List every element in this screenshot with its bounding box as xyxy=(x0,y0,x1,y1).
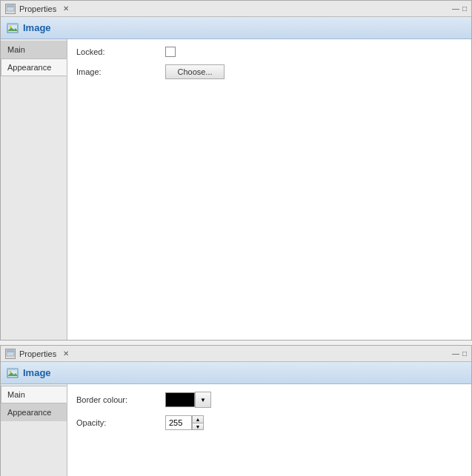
locked-label: Locked: xyxy=(76,47,158,56)
bottom-tabs-content: Main Appearance Border colour: ▼ Opacity… xyxy=(1,384,471,476)
bottom-close-tab[interactable]: ✕ xyxy=(63,349,69,358)
properties-icon xyxy=(5,4,16,14)
border-colour-swatch[interactable] xyxy=(165,392,195,407)
bottom-image-icon xyxy=(7,367,19,379)
top-section-header: Image xyxy=(1,17,471,39)
locked-row: Locked: xyxy=(76,47,462,57)
top-maximize-btn[interactable]: □ xyxy=(462,5,467,13)
bottom-tab-appearance[interactable]: Appearance xyxy=(1,403,67,421)
border-colour-row: Border colour: ▼ xyxy=(76,392,462,408)
bottom-window-controls: — □ xyxy=(452,350,467,358)
choose-button[interactable]: Choose... xyxy=(165,64,225,79)
top-tab-main[interactable]: Main xyxy=(1,41,67,58)
border-colour-dropdown[interactable]: ▼ xyxy=(195,392,211,408)
top-close-tab[interactable]: ✕ xyxy=(63,4,69,13)
bottom-panel-title: Properties xyxy=(19,349,56,358)
bottom-content-area: Border colour: ▼ Opacity: ▲ ▼ xyxy=(67,384,471,476)
bottom-section-title: Image xyxy=(23,367,51,378)
color-control-wrapper: ▼ xyxy=(165,392,211,408)
opacity-decrement-btn[interactable]: ▼ xyxy=(192,423,204,430)
image-row: Image: Choose... xyxy=(76,64,462,79)
top-image-icon xyxy=(7,22,19,34)
bottom-title-bar: Properties ✕ — □ xyxy=(1,346,471,362)
opacity-increment-btn[interactable]: ▲ xyxy=(192,415,204,423)
title-bar-left: Properties ✕ xyxy=(5,4,69,14)
panel-gap xyxy=(0,341,472,343)
svg-rect-1 xyxy=(7,5,14,7)
top-section-title: Image xyxy=(23,22,51,33)
border-colour-label: Border colour: xyxy=(76,395,158,404)
bottom-title-bar-left: Properties ✕ xyxy=(5,349,69,359)
opacity-spinner-buttons: ▲ ▼ xyxy=(192,415,204,430)
bottom-tabs-sidebar: Main Appearance xyxy=(1,384,67,476)
spinner-wrapper: ▲ ▼ xyxy=(165,415,204,430)
opacity-row: Opacity: ▲ ▼ xyxy=(76,415,462,430)
locked-checkbox[interactable] xyxy=(165,47,176,57)
opacity-input[interactable] xyxy=(165,415,192,430)
bottom-maximize-btn[interactable]: □ xyxy=(462,350,467,358)
top-minimize-btn[interactable]: — xyxy=(452,5,459,13)
top-content-area: Locked: Image: Choose... xyxy=(67,39,471,340)
bottom-tab-main[interactable]: Main xyxy=(1,386,67,403)
bottom-panel: Properties ✕ — □ Image Main Appearance xyxy=(0,345,472,476)
bottom-section-header: Image xyxy=(1,362,471,384)
top-panel-title: Properties xyxy=(19,4,56,13)
top-title-bar: Properties ✕ — □ xyxy=(1,1,471,17)
top-tab-appearance[interactable]: Appearance xyxy=(1,58,67,76)
bottom-properties-icon xyxy=(5,349,16,359)
svg-rect-5 xyxy=(7,24,18,25)
opacity-label: Opacity: xyxy=(76,418,158,427)
top-tabs-content: Main Appearance Locked: Image: Choose... xyxy=(1,39,471,340)
top-panel: Properties ✕ — □ Image Main Appearance xyxy=(0,0,472,341)
svg-rect-7 xyxy=(7,350,14,352)
bottom-minimize-btn[interactable]: — xyxy=(452,350,459,358)
image-label: Image: xyxy=(76,67,158,76)
top-window-controls: — □ xyxy=(452,5,467,13)
svg-rect-11 xyxy=(7,369,18,370)
top-tabs-sidebar: Main Appearance xyxy=(1,39,67,340)
